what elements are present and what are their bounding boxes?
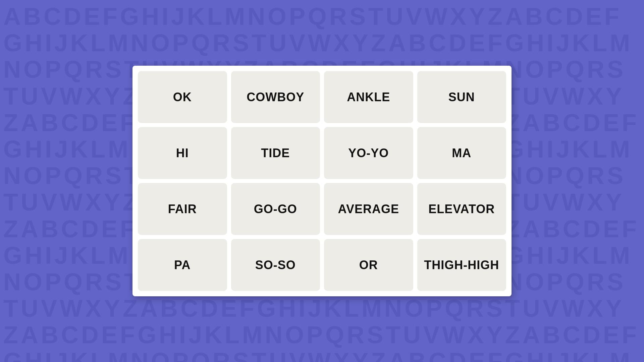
cell-label-thigh-high: THIGH-HIGH	[424, 258, 499, 272]
cell-label-tide: TIDE	[261, 146, 290, 160]
grid-cell-thigh-high[interactable]: THIGH-HIGH	[417, 239, 506, 291]
cell-label-ma: MA	[452, 146, 471, 160]
grid-cell-yo-yo[interactable]: YO-YO	[324, 127, 413, 179]
cell-label-cowboy: COWBOY	[247, 90, 304, 104]
grid-cell-so-so[interactable]: SO-SO	[231, 239, 320, 291]
grid-cell-cowboy[interactable]: COWBOY	[231, 71, 320, 123]
grid-cell-tide[interactable]: TIDE	[231, 127, 320, 179]
cell-label-sun: SUN	[448, 90, 475, 104]
grid-cell-ankle[interactable]: ANKLE	[324, 71, 413, 123]
grid-cell-sun[interactable]: SUN	[417, 71, 506, 123]
cell-label-hi: HI	[176, 146, 189, 160]
grid-cell-hi[interactable]: HI	[138, 127, 227, 179]
grid-cell-ok[interactable]: OK	[138, 71, 227, 123]
word-grid: OKCOWBOYANKLESUNHITIDEYO-YOMAFAIRGO-GOAV…	[138, 71, 506, 291]
cell-label-go-go: GO-GO	[254, 202, 297, 216]
cell-label-or: OR	[359, 258, 378, 272]
grid-cell-ma[interactable]: MA	[417, 127, 506, 179]
grid-cell-go-go[interactable]: GO-GO	[231, 183, 320, 235]
cell-label-so-so: SO-SO	[255, 258, 296, 272]
cell-label-ankle: ANKLE	[347, 90, 390, 104]
grid-cell-average[interactable]: AVERAGE	[324, 183, 413, 235]
grid-cell-or[interactable]: OR	[324, 239, 413, 291]
grid-cell-fair[interactable]: FAIR	[138, 183, 227, 235]
cell-label-yo-yo: YO-YO	[348, 146, 389, 160]
grid-cell-elevator[interactable]: ELEVATOR	[417, 183, 506, 235]
cell-label-pa: PA	[174, 258, 191, 272]
cell-label-ok: OK	[173, 90, 192, 104]
cell-label-fair: FAIR	[168, 202, 197, 216]
grid-cell-pa[interactable]: PA	[138, 239, 227, 291]
word-card: OKCOWBOYANKLESUNHITIDEYO-YOMAFAIRGO-GOAV…	[132, 66, 512, 296]
cell-label-average: AVERAGE	[338, 202, 399, 216]
cell-label-elevator: ELEVATOR	[428, 202, 495, 216]
